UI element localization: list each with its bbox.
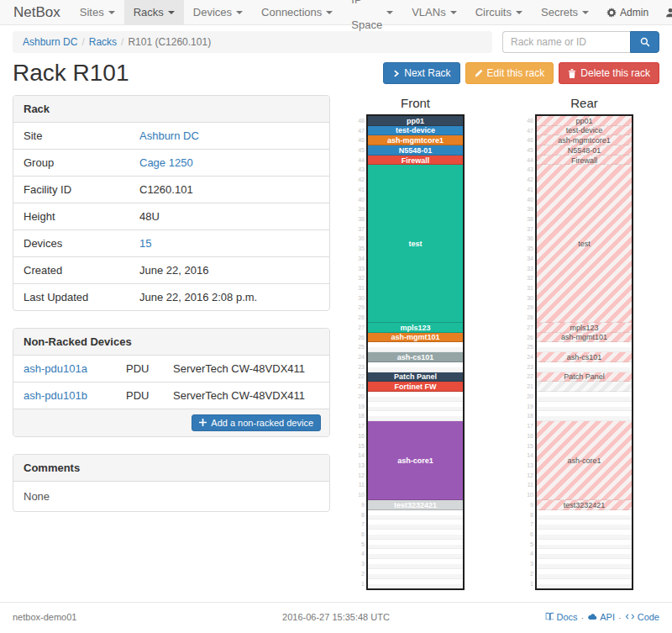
unit-number: 20 bbox=[525, 392, 533, 402]
unit-number: 38 bbox=[356, 214, 365, 224]
nav-item-secrets[interactable]: Secrets bbox=[532, 0, 598, 24]
search-input[interactable] bbox=[502, 31, 630, 53]
breadcrumb-item-racks[interactable]: Racks bbox=[89, 36, 117, 48]
rack-device-firewall-rear[interactable]: Firewall bbox=[537, 156, 632, 166]
rack-device-n5548-01-front[interactable]: N5548-01 bbox=[368, 145, 463, 156]
rack-device-pp01-rear[interactable]: pp01 bbox=[537, 116, 632, 126]
add-non-racked-button[interactable]: Add a non-racked device bbox=[192, 414, 321, 431]
unit-number: 17 bbox=[356, 421, 365, 431]
unit-number: 18 bbox=[356, 411, 365, 421]
rack-device-fortinet-fw-front[interactable]: Fortinet FW bbox=[368, 382, 463, 392]
unit-number: 3 bbox=[525, 559, 533, 569]
rack-device-patch-panel-front[interactable]: Patch Panel bbox=[368, 372, 463, 382]
rack-device-mpls123-rear[interactable]: mpls123 bbox=[537, 323, 632, 333]
attr-value[interactable]: Cage 1250 bbox=[139, 156, 193, 169]
rack-device-test-rear[interactable]: test bbox=[537, 165, 632, 323]
rack-device-test-front[interactable]: test bbox=[368, 165, 463, 323]
pencil-icon bbox=[475, 69, 483, 77]
unit-number: 10 bbox=[356, 490, 365, 500]
nav-item-connections[interactable]: Connections bbox=[252, 0, 342, 24]
delete-rack-button[interactable]: Delete this rack bbox=[559, 62, 659, 84]
rack-unit-empty bbox=[537, 579, 632, 589]
attr-value[interactable]: Ashburn DC bbox=[139, 129, 199, 142]
footer-link-api[interactable]: API bbox=[587, 612, 615, 622]
rack-device-ash-core1-front[interactable]: ash-core1 bbox=[368, 421, 463, 500]
rack-unit-empty bbox=[537, 549, 632, 559]
rack-device-n5548-01-rear[interactable]: N5548-01 bbox=[537, 145, 632, 156]
next-rack-button[interactable]: Next Rack bbox=[383, 62, 459, 84]
page-footer: netbox-demo01 2016-06-27 15:35:48 UTC Do… bbox=[0, 602, 672, 633]
rack-device-ash-core1-rear[interactable]: ash-core1 bbox=[537, 421, 632, 500]
delete-rack-label: Delete this rack bbox=[580, 67, 650, 79]
rack-device-test-device-front[interactable]: test-device bbox=[368, 126, 463, 136]
unit-number: 41 bbox=[356, 185, 365, 195]
breadcrumb-item-r101-c1260-101-: R101 (C1260.101) bbox=[128, 36, 211, 48]
device-link-ash-pdu101a[interactable]: ash-pdu101a bbox=[24, 362, 87, 375]
nav-item-vlans[interactable]: VLANs bbox=[402, 0, 465, 24]
unit-number: 46 bbox=[525, 135, 533, 145]
attr-value-cell: 48U bbox=[129, 203, 329, 229]
attr-label: Devices bbox=[13, 230, 129, 256]
rack-device-test3232421-rear[interactable]: test3232421 bbox=[537, 500, 632, 510]
unit-number: 40 bbox=[356, 195, 365, 205]
rack-unit-empty bbox=[368, 530, 463, 540]
search-button[interactable] bbox=[630, 31, 659, 53]
admin-link[interactable]: Admin bbox=[598, 0, 657, 24]
rack-device-ash-mgmtcore1-front[interactable]: ash-mgmtcore1 bbox=[368, 135, 463, 145]
rack-device-pp01-front[interactable]: pp01 bbox=[368, 116, 463, 126]
footer-timestamp: 2016-06-27 15:35:48 UTC bbox=[226, 612, 446, 624]
nav-item-label: Circuits bbox=[475, 0, 512, 25]
rack-device-ash-cs101-front[interactable]: ash-cs101 bbox=[368, 352, 463, 362]
rack-device-ash-cs101-rear[interactable]: ash-cs101 bbox=[537, 352, 632, 362]
nav-item-circuits[interactable]: Circuits bbox=[466, 0, 532, 24]
unit-number: 11 bbox=[356, 480, 365, 490]
unit-number: 48 bbox=[525, 116, 533, 126]
edit-rack-button[interactable]: Edit this rack bbox=[465, 62, 554, 84]
unit-number: 1 bbox=[356, 579, 365, 589]
unit-number: 4 bbox=[356, 549, 365, 559]
unit-number: 7 bbox=[356, 520, 365, 530]
rack-device-mpls123-front[interactable]: mpls123 bbox=[368, 323, 463, 333]
app-brand[interactable]: NetBox bbox=[7, 0, 71, 24]
rack-device-test3232421-front[interactable]: test3232421 bbox=[368, 500, 463, 510]
nav-item-ip-space[interactable]: IP Space bbox=[342, 0, 402, 24]
nav-item-racks[interactable]: Racks bbox=[124, 0, 184, 24]
nav-item-devices[interactable]: Devices bbox=[184, 0, 252, 24]
device-link-ash-pdu101b[interactable]: ash-pdu101b bbox=[24, 389, 87, 402]
rack-unit-empty bbox=[368, 342, 463, 352]
profile-link[interactable]: Profile bbox=[657, 0, 672, 24]
unit-number: 5 bbox=[356, 540, 365, 550]
rack-device-ash-mgmtcore1-rear[interactable]: ash-mgmtcore1 bbox=[537, 135, 632, 145]
attr-label: Group bbox=[13, 150, 129, 176]
attr-value[interactable]: 15 bbox=[139, 237, 151, 250]
rack-device-patch-panel-rear[interactable]: Patch Panel bbox=[537, 372, 632, 382]
rear-elevation: Rear 48474645444342414039383736353433323… bbox=[525, 96, 633, 591]
comments-panel: Comments None bbox=[13, 454, 330, 512]
unit-number: 47 bbox=[356, 126, 365, 136]
breadcrumb-row: Ashburn DC/Racks/R101 (C1260.101) bbox=[13, 31, 659, 53]
unit-number: 7 bbox=[525, 520, 533, 530]
chevron-down-icon bbox=[236, 11, 243, 14]
attr-value-cell: C1260.101 bbox=[129, 177, 329, 203]
attr-label: Facility ID bbox=[13, 177, 129, 203]
non-racked-panel-title: Non-Racked Devices bbox=[13, 329, 329, 356]
rack-device-fortinet-fw-rear[interactable] bbox=[537, 382, 632, 392]
rack-device-test-device-rear[interactable]: test-device bbox=[537, 126, 632, 136]
device-type-cell: PDU bbox=[116, 382, 163, 409]
attr-value-cell: Cage 1250 bbox=[129, 150, 329, 176]
page-title: Rack R101 bbox=[13, 61, 383, 87]
rack-unit-empty bbox=[537, 540, 632, 550]
unit-number: 27 bbox=[356, 323, 365, 333]
footer-link-code[interactable]: Code bbox=[625, 612, 659, 622]
rack-device-ash-mgmt101-rear[interactable]: ash-mgmt101 bbox=[537, 333, 632, 343]
unit-number: 46 bbox=[356, 135, 365, 145]
breadcrumb-item-ashburn-dc[interactable]: Ashburn DC bbox=[23, 36, 77, 48]
rack-device-firewall-front[interactable]: Firewall bbox=[368, 156, 463, 166]
unit-number: 2 bbox=[525, 569, 533, 579]
rack-device-ash-mgmt101-front[interactable]: ash-mgmt101 bbox=[368, 333, 463, 343]
nav-item-sites[interactable]: Sites bbox=[71, 0, 124, 24]
rack-elevations: Front 4847464544434241403938373635343332… bbox=[330, 95, 659, 591]
attr-value: C1260.101 bbox=[139, 183, 193, 196]
footer-link-docs[interactable]: Docs bbox=[545, 612, 578, 622]
non-racked-table: ash-pdu101aPDUServerTech CW-48VDX411ash-… bbox=[13, 356, 329, 409]
